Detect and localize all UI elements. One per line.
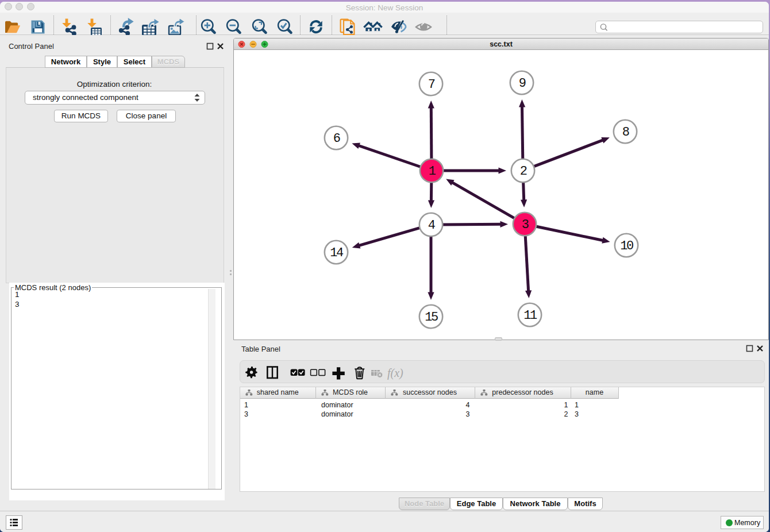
svg-text:8: 8 — [622, 125, 629, 140]
svg-text:15: 15 — [425, 310, 438, 325]
svg-text:f(x): f(x) — [387, 367, 403, 380]
svg-text:14: 14 — [330, 246, 344, 260]
svg-text:2: 2 — [520, 164, 527, 179]
svg-text:3: 3 — [522, 218, 529, 232]
svg-text:11: 11 — [523, 309, 537, 323]
svg-text:6: 6 — [333, 132, 340, 146]
svg-text:9: 9 — [519, 76, 526, 91]
svg-text:10: 10 — [620, 239, 633, 253]
svg-text:7: 7 — [428, 78, 435, 92]
